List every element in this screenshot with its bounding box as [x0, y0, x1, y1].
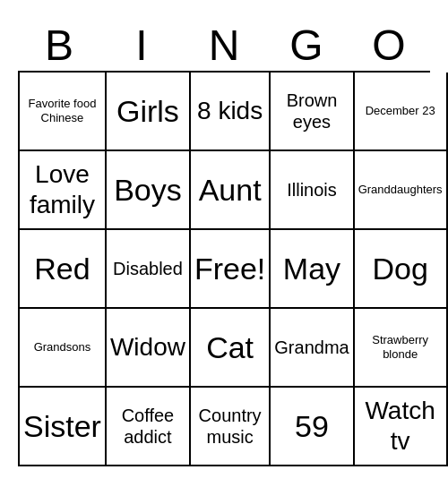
bingo-cell: Girls	[107, 73, 191, 151]
bingo-cell: Grandma	[271, 309, 354, 388]
bingo-cell-text: Brown eyes	[274, 90, 349, 132]
bingo-cell-text: Free!	[194, 251, 265, 287]
bingo-cell-text: May	[283, 251, 340, 287]
bingo-cell: Coffee addict	[107, 388, 191, 466]
bingo-header-letter: N	[183, 21, 265, 71]
bingo-cell: 59	[271, 388, 354, 466]
bingo-cell-text: Country music	[194, 405, 265, 448]
bingo-cell-text: Watch tv	[358, 396, 443, 456]
bingo-cell: Boys	[107, 151, 191, 230]
bingo-cell-text: 59	[295, 408, 329, 445]
bingo-cell-text: Strawberry blonde	[358, 333, 443, 361]
bingo-cell-text: Coffee addict	[110, 405, 185, 448]
bingo-cell: Strawberry blonde	[355, 309, 448, 388]
bingo-header-letter: B	[18, 21, 100, 71]
bingo-header-letter: I	[100, 21, 183, 71]
bingo-cell-text: Boys	[114, 172, 182, 209]
bingo-cell: Widow	[107, 309, 191, 388]
bingo-cell: Watch tv	[355, 388, 448, 466]
bingo-cell: Sister	[20, 388, 107, 466]
bingo-cell-text: Aunt	[199, 172, 262, 209]
bingo-header: BINGO	[18, 21, 430, 71]
bingo-cell: Free!	[191, 230, 271, 309]
bingo-cell-text: Favorite food Chinese	[23, 97, 101, 124]
bingo-cell: December 23	[355, 73, 448, 151]
bingo-cell-text: December 23	[366, 104, 435, 118]
bingo-cell-text: Granddaughters	[358, 183, 443, 197]
bingo-cell: Love family	[20, 151, 107, 230]
bingo-header-letter: O	[348, 21, 430, 71]
bingo-cell: Red	[20, 230, 107, 309]
bingo-cell: Aunt	[191, 151, 271, 230]
bingo-cell: Brown eyes	[271, 73, 354, 151]
bingo-cell: Grandsons	[20, 309, 107, 388]
bingo-cell-text: Grandma	[274, 337, 349, 358]
bingo-cell: Cat	[191, 309, 271, 388]
bingo-cell: Favorite food Chinese	[20, 73, 107, 151]
bingo-cell: Dog	[355, 230, 448, 309]
bingo-cell-text: 8 kids	[197, 96, 263, 126]
bingo-cell: Country music	[191, 388, 271, 466]
bingo-cell: 8 kids	[191, 73, 271, 151]
bingo-cell-text: Disabled	[113, 258, 183, 279]
bingo-card: BINGO Favorite food ChineseGirls8 kidsBr…	[18, 21, 430, 466]
bingo-cell-text: Love family	[23, 159, 101, 219]
bingo-cell-text: Widow	[110, 332, 185, 363]
bingo-cell-text: Grandsons	[34, 340, 91, 355]
bingo-cell: Illinois	[271, 151, 354, 230]
bingo-cell: Disabled	[107, 230, 191, 309]
bingo-cell-text: Girls	[116, 93, 179, 130]
bingo-header-letter: G	[265, 21, 348, 71]
bingo-grid: Favorite food ChineseGirls8 kidsBrown ey…	[18, 71, 430, 466]
bingo-cell-text: Red	[34, 251, 90, 287]
bingo-cell: Granddaughters	[355, 151, 448, 230]
bingo-cell: May	[271, 230, 354, 309]
bingo-cell-text: Cat	[206, 329, 254, 366]
bingo-cell-text: Sister	[23, 408, 101, 445]
bingo-cell-text: Dog	[372, 251, 427, 287]
bingo-cell-text: Illinois	[287, 179, 337, 201]
